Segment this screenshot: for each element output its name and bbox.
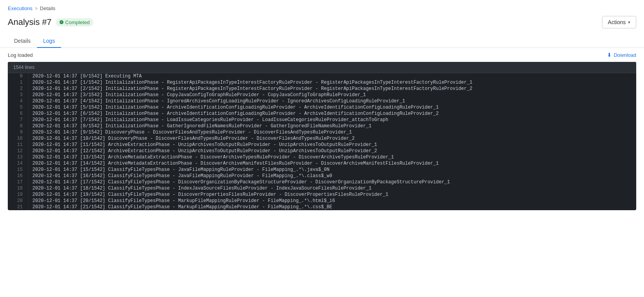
- download-link[interactable]: ⬇ Download: [607, 52, 636, 58]
- log-row: 152020-12-01 14:37 [15/1542] ClassifyFil…: [8, 167, 636, 173]
- log-header: Log loaded ⬇ Download: [0, 48, 644, 62]
- line-text: 2020-12-01 14:37 [6/1542] Initialization…: [28, 111, 636, 117]
- line-text: 2020-12-01 14:37 [16/1542] ClassifyFileT…: [28, 173, 636, 179]
- line-number: 7: [8, 117, 28, 123]
- line-text: 2020-12-01 14:37 [19/1542] ClassifyFileT…: [28, 192, 636, 198]
- line-number: 16: [8, 173, 28, 179]
- line-number: 9: [8, 129, 28, 135]
- line-number: 0: [8, 73, 28, 79]
- line-text: 2020-12-01 14:37 [15/1542] ClassifyFileT…: [28, 167, 636, 173]
- actions-button[interactable]: Actions ▾: [602, 16, 636, 28]
- log-lines-header: 1544 lines: [8, 62, 636, 73]
- log-row: 212020-12-01 14:37 [21/1542] ClassifyFil…: [8, 204, 636, 210]
- line-number: 4: [8, 98, 28, 104]
- line-text: 2020-12-01 14:37 [0/1542] Executing MTA: [28, 73, 636, 79]
- actions-label: Actions: [608, 19, 626, 25]
- log-container: 1544 lines 02020-12-01 14:37 [0/1542] Ex…: [8, 62, 636, 210]
- line-text: 2020-12-01 14:37 [3/1542] Initialization…: [28, 92, 636, 98]
- line-number: 14: [8, 160, 28, 167]
- line-text: 2020-12-01 14:37 [18/1542] ClassifyFileT…: [28, 185, 636, 192]
- log-row: 02020-12-01 14:37 [0/1542] Executing MTA: [8, 73, 636, 79]
- line-text: 2020-12-01 14:37 [10/1542] DiscoveryPhas…: [28, 135, 636, 142]
- page-title-row: Analysis #7 Completed: [8, 17, 93, 27]
- log-row: 82020-12-01 14:37 [8/1542] Initializatio…: [8, 123, 636, 129]
- line-text: 2020-12-01 14:37 [1/1542] Initialization…: [28, 79, 636, 86]
- log-row: 12020-12-01 14:37 [1/1542] Initializatio…: [8, 79, 636, 86]
- breadcrumb-separator: >: [35, 6, 38, 11]
- line-text: 2020-12-01 14:37 [21/1542] ClassifyFileT…: [28, 204, 636, 210]
- breadcrumb-executions-link[interactable]: Executions: [8, 5, 33, 11]
- line-text: 2020-12-01 14:37 [9/1542] DiscoveryPhase…: [28, 129, 636, 135]
- log-row: 142020-12-01 14:37 [14/1542] ArchiveMeta…: [8, 160, 636, 167]
- page-header: Analysis #7 Completed Actions ▾: [0, 14, 644, 28]
- line-number: 18: [8, 185, 28, 192]
- download-label: Download: [614, 52, 636, 58]
- lines-count: 1544 lines: [13, 65, 35, 70]
- page-title: Analysis #7: [8, 17, 52, 27]
- line-number: 19: [8, 192, 28, 198]
- tabs-bar: Details Logs: [0, 31, 644, 48]
- line-number: 11: [8, 142, 28, 148]
- line-number: 12: [8, 148, 28, 154]
- line-number: 17: [8, 179, 28, 185]
- line-text: 2020-12-01 14:37 [8/1542] Initialization…: [28, 123, 636, 129]
- breadcrumb-current: Details: [40, 5, 56, 11]
- line-text: 2020-12-01 14:37 [13/1542] ArchiveMetada…: [28, 154, 636, 160]
- line-text: 2020-12-01 14:37 [11/1542] ArchiveExtrac…: [28, 142, 636, 148]
- line-number: 1: [8, 79, 28, 86]
- line-text: 2020-12-01 14:37 [12/1542] ArchiveExtrac…: [28, 148, 636, 154]
- line-text: 2020-12-01 14:37 [17/1542] ClassifyFileT…: [28, 179, 636, 185]
- tab-details[interactable]: Details: [8, 35, 37, 48]
- log-row: 112020-12-01 14:37 [11/1542] ArchiveExtr…: [8, 142, 636, 148]
- line-text: 2020-12-01 14:37 [7/1542] Initialization…: [28, 117, 636, 123]
- tab-logs[interactable]: Logs: [37, 35, 61, 48]
- log-row: 122020-12-01 14:37 [12/1542] ArchiveExtr…: [8, 148, 636, 154]
- log-row: 172020-12-01 14:37 [17/1542] ClassifyFil…: [8, 179, 636, 185]
- line-text: 2020-12-01 14:37 [5/1542] Initialization…: [28, 104, 636, 111]
- line-text: 2020-12-01 14:37 [4/1542] Initialization…: [28, 98, 636, 104]
- line-number: 2: [8, 86, 28, 92]
- completed-icon: [60, 20, 63, 24]
- chevron-down-icon: ▾: [628, 20, 630, 25]
- line-number: 20: [8, 198, 28, 204]
- line-text: 2020-12-01 14:37 [20/1542] ClassifyFileT…: [28, 198, 636, 204]
- line-number: 21: [8, 204, 28, 210]
- line-text: 2020-12-01 14:37 [2/1542] Initialization…: [28, 86, 636, 92]
- log-row: 92020-12-01 14:37 [9/1542] DiscoveryPhas…: [8, 129, 636, 135]
- breadcrumb: Executions > Details: [0, 0, 644, 14]
- log-row: 192020-12-01 14:37 [19/1542] ClassifyFil…: [8, 192, 636, 198]
- line-number: 15: [8, 167, 28, 173]
- log-table: 02020-12-01 14:37 [0/1542] Executing MTA…: [8, 73, 636, 210]
- log-status-text: Log loaded: [8, 52, 33, 58]
- log-row: 132020-12-01 14:37 [13/1542] ArchiveMeta…: [8, 154, 636, 160]
- log-row: 22020-12-01 14:37 [2/1542] Initializatio…: [8, 86, 636, 92]
- line-number: 6: [8, 111, 28, 117]
- log-row: 52020-12-01 14:37 [5/1542] Initializatio…: [8, 104, 636, 111]
- status-label: Completed: [65, 19, 90, 25]
- line-number: 13: [8, 154, 28, 160]
- log-content[interactable]: 02020-12-01 14:37 [0/1542] Executing MTA…: [8, 73, 636, 210]
- line-number: 3: [8, 92, 28, 98]
- log-row: 182020-12-01 14:37 [18/1542] ClassifyFil…: [8, 185, 636, 192]
- log-row: 202020-12-01 14:37 [20/1542] ClassifyFil…: [8, 198, 636, 204]
- line-number: 5: [8, 104, 28, 111]
- line-text: 2020-12-01 14:37 [14/1542] ArchiveMetada…: [28, 160, 636, 167]
- line-number: 8: [8, 123, 28, 129]
- log-row: 32020-12-01 14:37 [3/1542] Initializatio…: [8, 92, 636, 98]
- log-row: 102020-12-01 14:37 [10/1542] DiscoveryPh…: [8, 135, 636, 142]
- log-row: 72020-12-01 14:37 [7/1542] Initializatio…: [8, 117, 636, 123]
- log-row: 162020-12-01 14:37 [16/1542] ClassifyFil…: [8, 173, 636, 179]
- download-icon: ⬇: [607, 52, 612, 58]
- line-number: 10: [8, 135, 28, 142]
- log-row: 62020-12-01 14:37 [6/1542] Initializatio…: [8, 111, 636, 117]
- status-badge: Completed: [56, 18, 94, 26]
- log-row: 42020-12-01 14:37 [4/1542] Initializatio…: [8, 98, 636, 104]
